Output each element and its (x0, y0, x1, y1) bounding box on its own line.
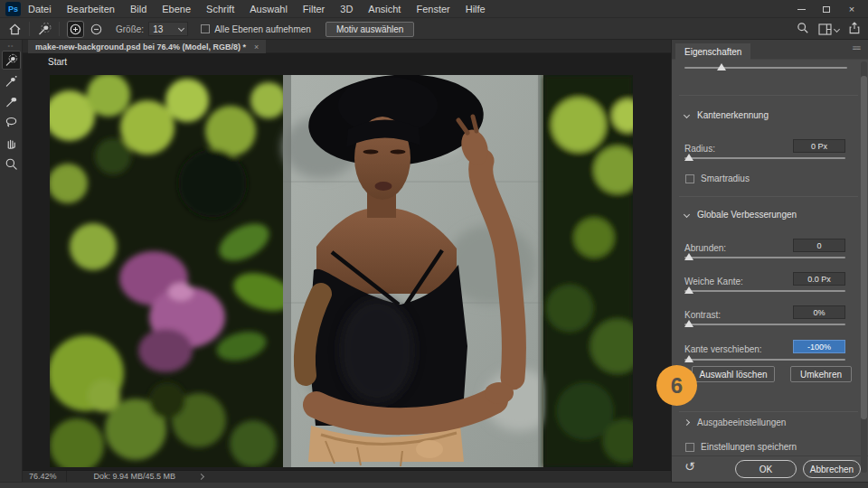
photoshop-window: Ps Datei Bearbeiten Bild Ebene Schrift A… (0, 0, 868, 488)
menu-schrift[interactable]: Schrift (206, 4, 234, 14)
smart-radius-checkbox[interactable]: Smartradius (685, 174, 750, 183)
canvas-area: make-new-background.psd bei 76.4% (Model… (23, 40, 671, 482)
radius-input[interactable]: 0 Px (793, 139, 845, 153)
panel-scrollbar-thumb[interactable] (861, 76, 867, 419)
document-title: make-new-background.psd bei 76.4% (Model… (35, 42, 246, 52)
photoshop-logo: Ps (5, 2, 21, 16)
menu-fenster[interactable]: Fenster (416, 4, 449, 14)
refine-edge-brush-tool[interactable] (2, 71, 21, 90)
size-label: Größe: (116, 24, 144, 34)
add-to-selection-button[interactable] (67, 21, 84, 38)
size-input[interactable]: 13 (148, 22, 188, 36)
tools-panel: •• (0, 40, 23, 482)
checkbox-icon (685, 443, 694, 452)
feather-label: Weiche Kante: (684, 277, 743, 286)
chevron-down-icon (834, 26, 840, 33)
lasso-tool[interactable] (2, 113, 21, 132)
smooth-label: Abrunden: (684, 243, 726, 253)
menu-ansicht[interactable]: Ansicht (368, 4, 401, 14)
select-subject-button[interactable]: Motiv auswählen (326, 22, 414, 37)
hand-tool[interactable] (2, 134, 21, 153)
global-refinements-title: Globale Verbesserungen (697, 210, 797, 220)
zoom-tool[interactable] (2, 155, 21, 174)
properties-panel: Eigenschaften ≡≡ Kantenerkennung Radius:… (671, 40, 868, 482)
menu-3d[interactable]: 3D (340, 4, 353, 14)
shift-edge-label: Kante verschieben: (684, 344, 762, 354)
contrast-label: Kontrast: (684, 310, 721, 320)
share-icon[interactable] (848, 22, 861, 38)
contrast-input[interactable]: 0% (793, 305, 845, 319)
options-bar: Größe: 13 Alle Ebenen aufnehmen Motiv au… (0, 19, 868, 40)
shift-edge-input[interactable]: -100% (793, 340, 845, 353)
workspace-switcher-icon[interactable] (818, 23, 839, 35)
canvas-image[interactable] (50, 75, 633, 467)
panel-footer: ↺ OK Abbrechen (672, 455, 868, 482)
sample-all-layers-checkbox[interactable]: Alle Ebenen aufnehmen (201, 24, 311, 34)
status-bar: 76.42% Dok: 9.94 MB/45.5 MB (23, 470, 671, 482)
quick-selection-tool[interactable] (2, 51, 21, 70)
chevron-down-icon (178, 24, 184, 31)
ok-button[interactable]: OK (735, 460, 797, 478)
menu-bar: Ps Datei Bearbeiten Bild Ebene Schrift A… (0, 0, 868, 18)
remember-settings-checkbox[interactable]: Einstellungen speichern (685, 442, 797, 452)
start-tab[interactable]: Start (48, 57, 67, 67)
remember-settings-label: Einstellungen speichern (701, 442, 797, 452)
checkbox-icon (685, 174, 694, 183)
quick-selection-brush-icon[interactable] (37, 22, 52, 36)
section-global-refinements[interactable]: Globale Verbesserungen (684, 210, 797, 220)
menu-filter[interactable]: Filter (303, 4, 325, 14)
document-tab[interactable]: make-new-background.psd bei 76.4% (Model… (28, 40, 266, 53)
brush-tool[interactable] (2, 92, 21, 111)
feather-input[interactable]: 0.0 Px (793, 272, 845, 286)
cancel-button[interactable]: Abbrechen (803, 460, 861, 478)
search-icon[interactable] (797, 22, 809, 38)
section-output-settings[interactable]: Ausgabeeinstellungen (684, 418, 786, 427)
panel-menu-icon[interactable]: ≡≡ (852, 43, 860, 52)
home-icon[interactable] (8, 23, 22, 36)
sample-all-layers-label: Alle Ebenen aufnehmen (214, 24, 311, 34)
edge-detection-title: Kantenerkennung (697, 110, 769, 120)
menu-ebene[interactable]: Ebene (162, 4, 191, 14)
tab-eigenschaften[interactable]: Eigenschaften (675, 43, 750, 60)
radius-slider[interactable] (684, 157, 845, 159)
properties-tab-bar: Eigenschaften ≡≡ (672, 40, 868, 60)
menu-hilfe[interactable]: Hilfe (466, 4, 486, 14)
menu-bild[interactable]: Bild (130, 4, 146, 14)
shift-edge-slider[interactable] (684, 359, 845, 361)
contrast-slider[interactable] (684, 324, 845, 325)
menu-auswahl[interactable]: Auswahl (250, 4, 288, 14)
tutorial-step-badge: 6 (656, 365, 697, 406)
transparency-slider[interactable] (684, 67, 847, 69)
smart-radius-label: Smartradius (701, 174, 750, 183)
section-edge-detection[interactable]: Kantenerkennung (684, 110, 769, 120)
invert-button[interactable]: Umkehren (790, 366, 852, 382)
tab-close-icon[interactable]: × (254, 42, 259, 52)
zoom-level-field[interactable]: 76.42% (23, 471, 67, 483)
maximize-icon[interactable] (814, 0, 839, 18)
plant-wall-right (543, 75, 633, 467)
menu-datei[interactable]: Datei (28, 4, 52, 14)
subtract-from-selection-button[interactable] (88, 21, 105, 38)
smooth-slider[interactable] (684, 257, 845, 258)
document-tab-bar: make-new-background.psd bei 76.4% (Model… (23, 40, 671, 53)
radius-label: Radius: (684, 144, 715, 154)
smooth-input[interactable]: 0 (793, 239, 845, 252)
chevron-right-icon[interactable] (198, 473, 204, 479)
window-bottom-edge (0, 482, 868, 488)
chevron-down-icon (684, 211, 690, 218)
model-belt-knot (416, 440, 443, 458)
checkbox-icon (201, 24, 210, 33)
close-icon[interactable]: × (839, 0, 864, 18)
document-size-info: Dok: 9.94 MB/45.5 MB (67, 472, 185, 481)
clear-selection-button[interactable]: Auswahl löschen (692, 366, 775, 382)
output-settings-title: Ausgabeeinstellungen (697, 418, 786, 427)
panel-grip-icon: •• (0, 40, 22, 49)
minimize-icon[interactable] (788, 0, 814, 18)
menu-bearbeiten[interactable]: Bearbeiten (67, 4, 115, 14)
reset-icon[interactable]: ↺ (684, 459, 695, 474)
feather-slider[interactable] (684, 290, 845, 292)
chevron-right-icon (684, 419, 690, 426)
chevron-down-icon (684, 112, 690, 118)
